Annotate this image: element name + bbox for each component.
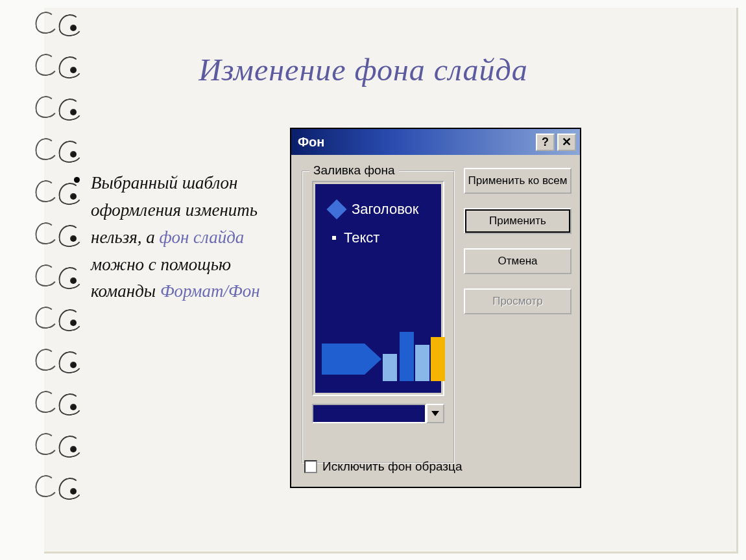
bullet-icon	[74, 177, 80, 183]
preview-bullet-icon	[332, 236, 336, 240]
exclude-master-row[interactable]: Исключить фон образца	[304, 460, 463, 474]
background-dialog: Фон ? ✕ Заливка фона Заголовок Те	[290, 128, 581, 488]
close-button[interactable]: ✕	[557, 134, 576, 151]
apply-button[interactable]: Применить	[464, 208, 572, 234]
cancel-label: Отмена	[498, 255, 538, 268]
fill-groupbox: Заливка фона Заголовок Текст	[302, 170, 455, 463]
apply-label: Применить	[489, 215, 546, 228]
preview-label: Просмотр	[492, 295, 543, 308]
help-icon: ?	[542, 136, 549, 148]
apply-all-button[interactable]: Применить ко всем	[464, 168, 572, 194]
preview-heading: Заголовок	[352, 201, 418, 218]
arrow-shape-icon	[322, 344, 365, 375]
body-accent2: Формат/Фон	[160, 281, 260, 301]
close-icon: ✕	[562, 136, 572, 148]
combo-dropdown-button[interactable]	[426, 404, 444, 423]
exclude-master-label: Исключить фон образца	[322, 460, 463, 474]
slide-body-text: Выбранный шаблон оформления изменить нел…	[91, 170, 285, 305]
cancel-button[interactable]: Отмена	[464, 248, 572, 274]
chart-bar-icon	[431, 337, 445, 381]
body-accent1: фон слайда	[160, 228, 245, 247]
preview-text: Текст	[344, 229, 379, 246]
fill-preview: Заголовок Текст	[312, 181, 444, 396]
preview-slide: Заголовок Текст	[315, 184, 441, 393]
preview-button: Просмотр	[464, 288, 572, 314]
apply-all-label: Применить ко всем	[468, 174, 568, 187]
diamond-icon	[326, 199, 346, 219]
chevron-down-icon	[431, 411, 439, 416]
chart-bar-icon	[400, 332, 414, 381]
slide-background: Изменение фона слайда Выбранный шаблон о…	[0, 0, 746, 560]
slide-title: Изменение фона слайда	[0, 52, 727, 88]
fill-color-combo[interactable]	[312, 404, 444, 423]
fill-color-swatch	[312, 404, 426, 423]
dialog-title: Фон	[298, 135, 324, 150]
dialog-body: Заливка фона Заголовок Текст	[291, 155, 580, 487]
chart-bar-icon	[415, 345, 429, 381]
chart-bar-icon	[383, 354, 397, 381]
exclude-master-checkbox[interactable]	[304, 460, 317, 473]
dialog-titlebar[interactable]: Фон ? ✕	[291, 129, 580, 155]
groupbox-label: Заливка фона	[309, 163, 399, 178]
help-button[interactable]: ?	[536, 134, 555, 151]
